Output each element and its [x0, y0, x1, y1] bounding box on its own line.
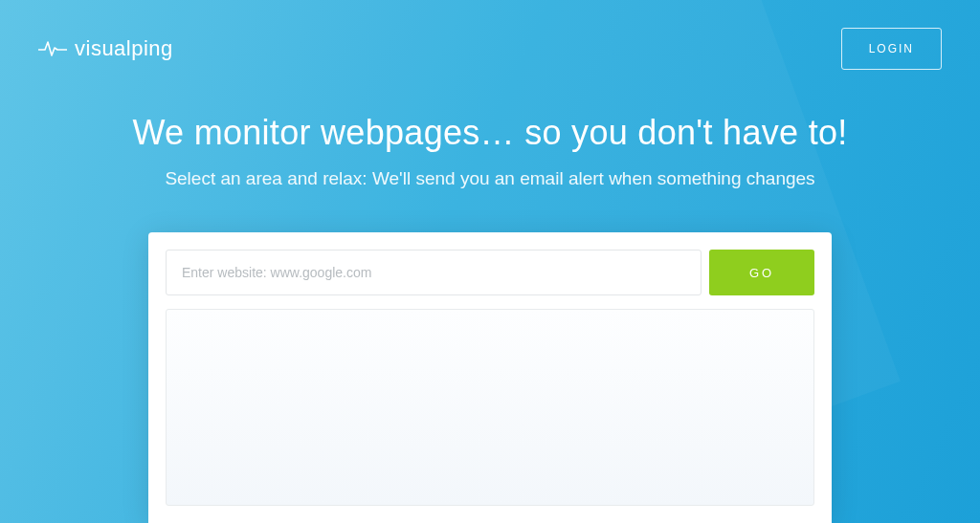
pulse-icon	[38, 39, 67, 58]
subheadline: Select an area and relax: We'll send you…	[38, 168, 942, 189]
go-button[interactable]: GO	[709, 250, 814, 295]
headline: We monitor webpages… so you don't have t…	[38, 113, 942, 153]
brand-name: visualping	[75, 36, 173, 61]
page-root: visualping LOGIN We monitor webpages… so…	[0, 0, 980, 523]
preview-area[interactable]	[166, 309, 814, 506]
brand[interactable]: visualping	[38, 36, 173, 61]
header: visualping LOGIN	[38, 28, 942, 70]
url-input[interactable]	[166, 250, 702, 295]
hero: We monitor webpages… so you don't have t…	[0, 113, 980, 189]
login-button[interactable]: LOGIN	[841, 28, 942, 70]
monitor-card: GO	[148, 232, 832, 523]
url-row: GO	[166, 250, 814, 295]
